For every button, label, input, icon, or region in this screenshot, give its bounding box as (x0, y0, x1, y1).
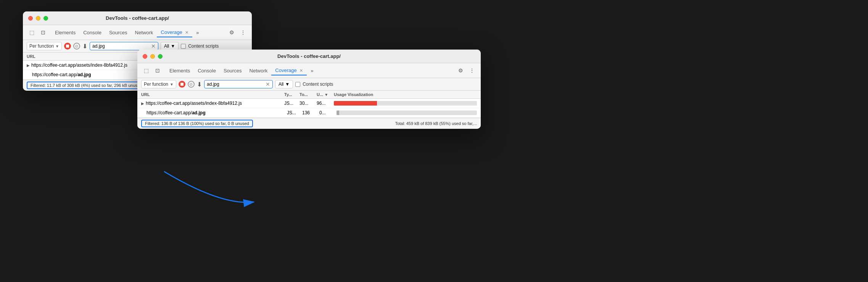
coverage-toolbar-2: Per function ▼ ⊘ ⬇ ✕ All ▼ Content scrip… (137, 78, 481, 91)
viz-used-2-1 (334, 101, 377, 106)
expand-icon-2-1[interactable]: ▶ (141, 101, 144, 106)
tab-network-1[interactable]: Network (131, 28, 157, 37)
inspect-icon-2[interactable]: ⬚ (141, 66, 151, 75)
maximize-button-2[interactable] (158, 54, 163, 59)
content-scripts-1: Content scripts (181, 43, 219, 49)
devtools-window-2: DevTools - coffee-cart.app/ ⬚ ⊡ Elements… (137, 50, 481, 129)
tab-close-icon-2[interactable]: ✕ (300, 68, 303, 73)
titlebar-2: DevTools - coffee-cart.app/ (137, 50, 481, 63)
col-url-header-2: URL (141, 92, 284, 97)
traffic-lights-2 (143, 54, 163, 59)
all-dropdown-arrow-2: ▼ (285, 82, 290, 87)
tab-toolbar-1: ⬚ ⊡ Elements Console Sources Network Cov… (23, 25, 252, 40)
export-btn-2[interactable]: ⬇ (197, 81, 202, 88)
settings-icon-2[interactable]: ⚙ (456, 66, 465, 75)
close-button-1[interactable] (28, 16, 33, 21)
tab-more-2[interactable]: » (307, 66, 317, 75)
search-clear-1[interactable]: ✕ (151, 43, 156, 49)
expand-icon-1-1[interactable]: ▶ (27, 63, 30, 67)
tab-sources-2[interactable]: Sources (220, 66, 246, 75)
stop-recording-btn-2[interactable] (179, 81, 185, 88)
all-dropdown-2[interactable]: All ▼ (275, 80, 293, 88)
titlebar-1: DevTools - coffee-cart.app/ (23, 11, 252, 25)
search-input-2[interactable] (207, 82, 264, 87)
clear-btn-1[interactable]: ⊘ (73, 43, 80, 50)
tab-sources-1[interactable]: Sources (105, 28, 131, 37)
device-icon-2[interactable]: ⊡ (153, 66, 163, 75)
content-scripts-checkbox-2[interactable] (295, 82, 300, 87)
maximize-button-1[interactable] (43, 16, 48, 21)
all-dropdown-1[interactable]: All ▼ (161, 42, 179, 50)
tab-more-1[interactable]: » (192, 28, 203, 37)
unused-cell-2-2: 0... (319, 110, 337, 115)
unused-cell-2-1: 96... (317, 101, 334, 106)
table-row-2-1[interactable]: ▶ https://coffee-cart.app/assets/index-8… (137, 99, 481, 108)
url-bold-1-2: ad.jpg (77, 72, 91, 77)
tab-elements-1[interactable]: Elements (51, 28, 79, 37)
tab-network-2[interactable]: Network (246, 66, 272, 75)
close-button-2[interactable] (143, 54, 147, 59)
inspect-icon[interactable]: ⬚ (27, 27, 37, 37)
viz-cell-2-2 (337, 111, 477, 115)
per-function-btn-2[interactable]: Per function ▼ (141, 80, 176, 88)
more-icon-2[interactable]: ⋮ (467, 66, 477, 75)
content-scripts-label-1: Content scripts (188, 43, 219, 49)
url-cell-2-2: https://coffee-cart.app/ad.jpg (147, 110, 287, 115)
settings-icon-1[interactable]: ⚙ (227, 27, 237, 37)
all-label-2: All (279, 82, 283, 87)
tab-group-1: Elements Console Sources Network Coverag… (51, 28, 203, 37)
type-cell-2-2: JS... (287, 110, 302, 115)
viz-unused-2-1 (377, 101, 477, 106)
col-unused-header-2: U... ▼ (317, 92, 334, 97)
window-title-2: DevTools - coffee-cart.app/ (277, 53, 341, 59)
table-row-2-2[interactable]: https://coffee-cart.app/ad.jpg JS... 136… (137, 108, 481, 118)
total-cell-2-2: 136 (302, 110, 319, 115)
tab-console-1[interactable]: Console (79, 28, 105, 37)
per-function-btn-1[interactable]: Per function ▼ (27, 42, 62, 50)
table-header-2: URL Ty... To... U... ▼ Usage Visualizati… (137, 91, 481, 99)
url-cell-2-1: ▶ https://coffee-cart.app/assets/index-8… (141, 101, 284, 106)
arrow-path (164, 171, 254, 202)
search-box-2: ✕ (204, 80, 273, 88)
tab-elements-2[interactable]: Elements (166, 66, 194, 75)
tab-coverage-1[interactable]: Coverage ✕ (157, 28, 192, 37)
minimize-button-1[interactable] (36, 16, 40, 21)
tab-close-icon-1[interactable]: ✕ (185, 30, 188, 35)
search-box-1: ✕ (90, 42, 158, 50)
status-bar-2: Filtered: 136 B of 136 B (100%) used so … (137, 118, 481, 129)
viz-cell-2-1 (334, 101, 477, 106)
per-function-arrow-2: ▼ (170, 82, 174, 87)
sort-icon: ▼ (324, 93, 328, 97)
col-type-header-2: Ty... (284, 92, 300, 97)
viz-bar-2-2 (337, 111, 477, 115)
clear-btn-2[interactable]: ⊘ (188, 81, 195, 88)
tab-group-2: Elements Console Sources Network Coverag… (166, 66, 317, 75)
export-btn-1[interactable]: ⬇ (82, 43, 87, 50)
stop-recording-btn-1[interactable] (64, 43, 71, 50)
more-icon-1[interactable]: ⋮ (238, 27, 248, 37)
status-filtered-1: Filtered: 11.7 kB of 308 kB (4%) used so… (27, 82, 147, 89)
content-scripts-label-2: Content scripts (303, 82, 333, 87)
viz-used-2-2 (337, 111, 339, 115)
status-total-2: Total: 459 kB of 839 kB (55%) used so fa… (395, 121, 477, 126)
content-scripts-2: Content scripts (295, 82, 333, 87)
search-input-1[interactable] (92, 43, 150, 49)
search-clear-2[interactable]: ✕ (266, 81, 270, 87)
tab-console-2[interactable]: Console (194, 66, 220, 75)
per-function-label-1: Per function (29, 43, 54, 49)
per-function-label-2: Per function (144, 82, 168, 87)
table-body-2: ▶ https://coffee-cart.app/assets/index-8… (137, 99, 481, 118)
url-text-2-2: https://coffee-cart.app/ad.jpg (147, 110, 206, 115)
tab-coverage-2[interactable]: Coverage ✕ (271, 66, 307, 75)
per-function-arrow-1: ▼ (55, 44, 59, 48)
minimize-button-2[interactable] (150, 54, 155, 59)
content-scripts-checkbox-1[interactable] (181, 44, 186, 49)
all-label-1: All (164, 43, 169, 49)
device-icon[interactable]: ⊡ (38, 27, 48, 37)
url-text-1-2: https://coffee-cart.app/ad.jpg (32, 72, 91, 77)
all-dropdown-arrow-1: ▼ (171, 43, 175, 49)
type-cell-2-1: JS... (284, 101, 300, 106)
url-text-1-1: https://coffee-cart.app/assets/index-8bf… (31, 62, 127, 68)
tab-toolbar-2: ⬚ ⊡ Elements Console Sources Network Cov… (137, 63, 481, 78)
window-title-1: DevTools - coffee-cart.app/ (106, 15, 169, 21)
